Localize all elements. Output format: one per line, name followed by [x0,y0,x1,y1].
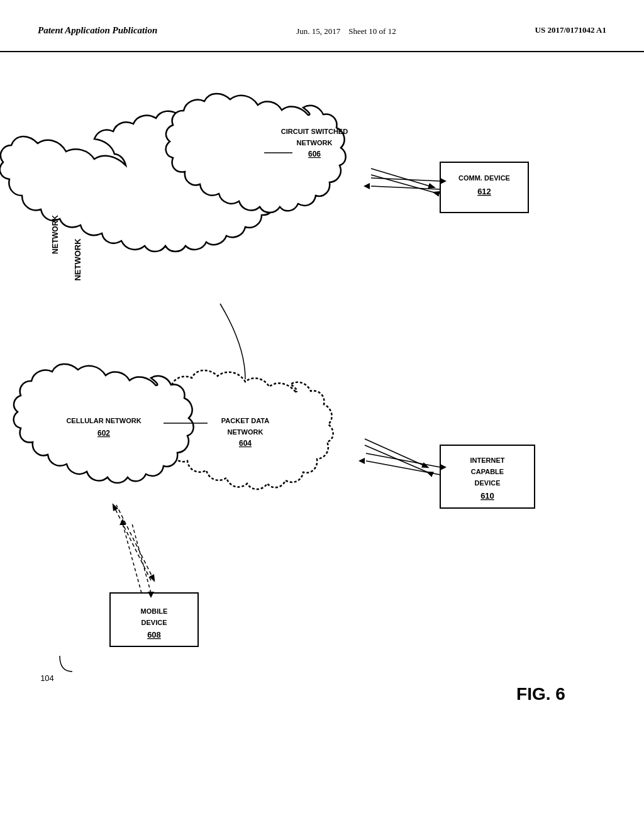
cellular-network-label-text: CELLULAR NETWORK [66,417,141,424]
comm-device-num: 612 [477,187,491,196]
sheet-info: Sheet 10 of 12 [348,26,396,36]
network-label: NETWORK [73,238,82,281]
internet-label2: CAPABLE [471,468,504,475]
page: Patent Application Publication Jun. 15, … [0,0,644,830]
internet-label3: DEVICE [475,479,501,487]
header-center: Jun. 15, 2017 Sheet 10 of 12 [296,25,396,38]
packet-data-num: 604 [239,439,252,448]
ref-104-bracket [60,656,72,672]
fig-6-label: FIG. 6 [516,684,565,704]
network-to-packet-connection [220,304,245,379]
circuit-switched-num: 606 [308,150,321,158]
mobile-label1: MOBILE [141,607,168,615]
pdn-to-icd-line1 [366,453,440,467]
mobile-device-num: 608 [147,630,161,639]
diagram-svg: NETWORK [0,52,644,800]
internet-label1: INTERNET [470,456,505,464]
md-to-cn-line1 [123,524,142,593]
network-label-text: NETWORK [51,214,60,253]
md-to-cn-line2 [132,524,151,593]
cellular-network-num: 602 [97,429,110,438]
packet-data-label-text: PACKET DATA [221,417,269,424]
packet-data-network-text: NETWORK [228,428,264,436]
mobile-label2: DEVICE [142,619,167,626]
internet-device-num: 610 [480,491,494,501]
comm-device-label: COMM. DEVICE [458,174,510,182]
patent-number: US 2017/0171042 A1 [535,25,606,35]
ref-104-text: 104 [40,673,54,683]
mobile-to-cellular-arrow [113,505,151,580]
publication-date: Jun. 15, 2017 [296,26,340,36]
page-header: Patent Application Publication Jun. 15, … [0,0,644,52]
publication-title: Patent Application Publication [38,25,157,36]
pdn-to-icd-arrow2 [358,458,365,464]
diagram-area: NETWORK [0,52,644,800]
comm-to-circuit-arrow [371,175,434,192]
csn-to-cd-arrow2 [364,183,370,189]
circuit-switched-network-text: NETWORK [297,139,333,147]
pdn-to-icd-line2 [366,461,440,475]
circuit-switched-label-text: CIRCUIT SWITCHED [281,128,348,135]
